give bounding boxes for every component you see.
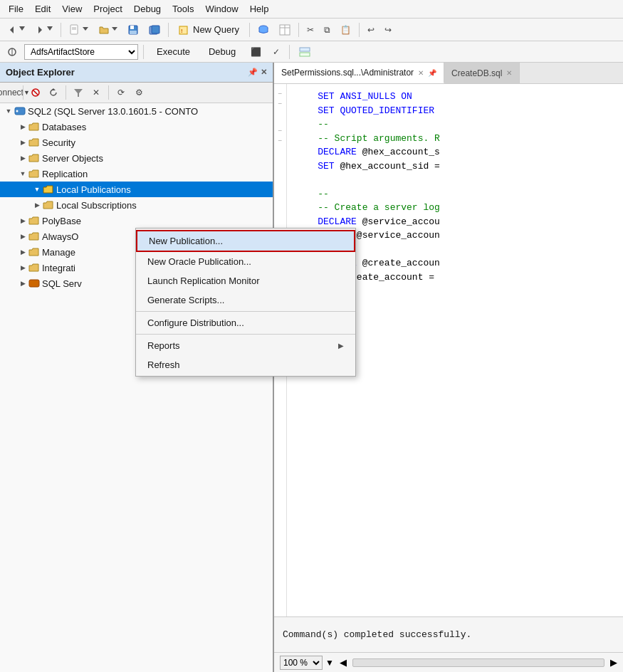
save-all-button[interactable] [145, 21, 164, 38]
menu-view[interactable]: View [56, 2, 88, 16]
disconnect-icon [31, 88, 41, 98]
menu-window[interactable]: Window [199, 2, 244, 16]
sync-button[interactable]: ⟳ [113, 85, 129, 100]
ctx-new-publication[interactable]: New Publication... [136, 230, 355, 252]
tab-setperm-close[interactable]: ✕ [418, 69, 424, 77]
tree-item-local-publications[interactable]: ▼ Local Publications [0, 182, 273, 197]
paste-button[interactable]: 📋 [336, 22, 355, 38]
menu-tools[interactable]: Tools [167, 2, 199, 16]
connect-db-button[interactable] [3, 44, 21, 60]
clear-filter-button[interactable]: ✕ [88, 85, 104, 100]
code-editor-area: − − − − SET ANSI_NULLS ON SET QUOTED_IDE… [274, 84, 623, 672]
ls-expander[interactable]: ▶ [31, 199, 43, 211]
sql-server-label: SQL Serv [42, 278, 82, 289]
ctx-reports[interactable]: Reports ▶ [136, 336, 355, 355]
rep-expander[interactable]: ▼ [17, 168, 28, 179]
db-expander[interactable]: ▶ [17, 121, 28, 132]
zoom-selector[interactable]: 100 % [280, 656, 323, 670]
open-file-button[interactable] [94, 21, 122, 38]
sep5 [359, 23, 360, 37]
manage-label: Manage [42, 247, 75, 258]
copy-button[interactable]: ⧉ [320, 22, 335, 38]
ctx-new-pub-label: New Publication... [149, 236, 223, 246]
back-button[interactable] [3, 22, 29, 38]
ctx-reports-arrow: ▶ [338, 342, 344, 350]
ctx-generate-scripts[interactable]: Generate Scripts... [136, 290, 355, 310]
tab-setperm-label: SetPermissions.sql...\Administrator [281, 68, 414, 78]
svg-rect-13 [152, 26, 159, 33]
debug-button[interactable]: Debug [201, 44, 244, 59]
results-icon [299, 47, 310, 57]
tab-createdb[interactable]: CreateDB.sql ✕ [444, 63, 520, 83]
execute-button[interactable]: Execute [149, 44, 198, 59]
lp-expander[interactable]: ▼ [31, 184, 43, 195]
collapse-4[interactable]: − [278, 137, 283, 145]
tab-set-permissions[interactable]: SetPermissions.sql...\Administrator ✕ 📌 [274, 63, 444, 83]
ctx-launch-monitor[interactable]: Launch Replication Monitor [136, 271, 355, 290]
save-button[interactable] [123, 21, 143, 38]
refresh-oe-button[interactable] [46, 85, 61, 100]
menu-edit[interactable]: Edit [29, 2, 56, 16]
horizontal-scrollbar[interactable] [352, 658, 604, 667]
ctx-new-oracle-pub[interactable]: New Oracle Publication... [136, 252, 355, 271]
menu-project[interactable]: Project [88, 2, 127, 16]
parse-button[interactable]: ✓ [268, 44, 284, 60]
local-pub-label: Local Publications [56, 184, 131, 195]
new-file-button[interactable] [65, 21, 93, 38]
cut-button[interactable]: ✂ [303, 22, 318, 38]
ss-expander[interactable]: ▶ [17, 278, 28, 289]
ctx-configure-dist[interactable]: Configure Distribution... [136, 313, 355, 332]
tree-item-polybase[interactable]: ▶ PolyBase [0, 213, 273, 229]
pin-tab-icon[interactable]: 📌 [428, 69, 436, 77]
undo-button[interactable]: ↩ [363, 22, 379, 38]
ao-expander[interactable]: ▶ [17, 231, 28, 242]
svg-rect-11 [130, 31, 137, 34]
tree-item-security[interactable]: ▶ Security [0, 135, 273, 150]
results-btn[interactable] [295, 44, 315, 60]
sep6 [143, 45, 144, 59]
svg-text:!: ! [181, 28, 183, 34]
new-query-button[interactable]: ! New Query [172, 21, 246, 38]
code-line-2: SET QUOTED_IDENTIFIER [295, 104, 614, 118]
menu-debug[interactable]: Debug [128, 2, 167, 16]
server-node[interactable]: ▼ SQL2 (SQL Server 13.0.1601.5 - CONTO [0, 103, 273, 119]
scroll-left-icon[interactable]: ◀ [340, 657, 347, 668]
disconnect-button[interactable] [28, 85, 43, 100]
mg-expander[interactable]: ▶ [17, 246, 28, 258]
forward-button[interactable] [31, 22, 57, 38]
collapse-3[interactable]: − [278, 127, 283, 135]
sep1 [61, 23, 61, 37]
icon-btn-1[interactable] [253, 21, 273, 38]
server-expander[interactable]: ▼ [3, 105, 14, 117]
redo-button[interactable]: ↪ [380, 22, 396, 38]
pin-icon[interactable]: 📌 [248, 68, 258, 77]
ctx-sep1 [136, 311, 355, 312]
filter-button[interactable] [70, 85, 86, 100]
tree-item-databases[interactable]: ▶ Databases [0, 119, 273, 135]
properties-button[interactable]: ⚙ [131, 85, 147, 100]
menu-help[interactable]: Help [244, 2, 275, 16]
menu-file[interactable]: File [3, 2, 29, 16]
collapse-1[interactable]: − [278, 90, 283, 98]
tab-createdb-close[interactable]: ✕ [506, 69, 512, 77]
ctx-refresh[interactable]: Refresh [136, 355, 355, 374]
svg-line-25 [33, 90, 38, 95]
so-expander[interactable]: ▶ [17, 152, 28, 164]
sep4 [298, 23, 299, 37]
sec-expander[interactable]: ▶ [17, 137, 28, 148]
close-icon[interactable]: ✕ [261, 68, 267, 77]
icon-btn-2[interactable] [275, 21, 295, 38]
tree-item-local-subscriptions[interactable]: ▶ Local Subscriptions [0, 197, 273, 213]
security-label: Security [42, 137, 75, 148]
int-expander[interactable]: ▶ [17, 262, 28, 273]
replication-label: Replication [42, 169, 88, 179]
database-selector[interactable]: AdfsArtifactStore [24, 44, 138, 60]
scroll-right-icon[interactable]: ▶ [610, 657, 617, 668]
svg-marker-27 [74, 89, 83, 97]
stop-button[interactable]: ⬛ [246, 44, 266, 60]
pb-expander[interactable]: ▶ [17, 215, 28, 226]
tree-item-replication[interactable]: ▼ Replication [0, 166, 273, 182]
tree-item-server-objects[interactable]: ▶ Server Objects [0, 150, 273, 166]
collapse-2[interactable]: − [278, 100, 283, 107]
connect-button[interactable]: Connect ▼ [3, 85, 19, 100]
